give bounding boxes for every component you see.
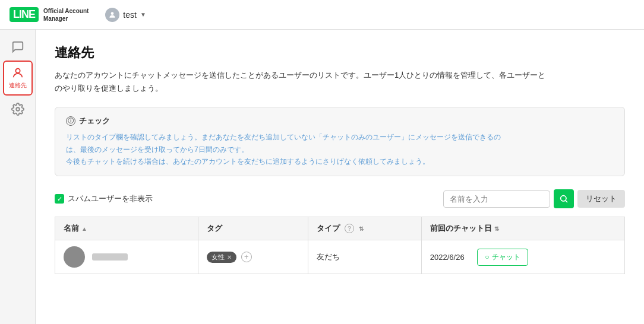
sidebar-item-settings[interactable] [3,98,33,120]
avatar [105,8,119,22]
type-help-icon[interactable]: ? [345,224,354,233]
page-title: 連絡先 [55,44,625,62]
info-box: ⓘ チェック リストのタイプ欄を確認してみましょう。まだあなたを友だち追加してい… [55,107,625,176]
main-layout: 連絡先 連絡先 あなたのアカウントにチャットメッセージを送信したことがあるユーザ… [0,30,644,324]
account-name: test [123,10,137,20]
sort-icon-type[interactable]: ⇅ [359,225,364,232]
table-header-row: 名前 ▲ タグ タイプ ? ⇅ [55,217,625,240]
content-area: 連絡先 あなたのアカウントにチャットメッセージを送信したことがあるユーザーのリス… [36,30,644,324]
sidebar-item-contacts-label: 連絡先 [9,81,27,90]
spam-filter-label: スパムユーザーを非表示 [68,193,153,204]
sidebar-item-messages[interactable] [3,36,33,58]
chat-button[interactable]: ○ チャット [477,249,528,266]
svg-point-0 [111,12,114,15]
spam-filter: ✓ スパムユーザーを非表示 [55,193,153,204]
cell-type: 友だち [308,240,422,274]
th-last-chat: 前回のチャット日 ⇅ [421,217,624,240]
cell-last-chat: 2022/6/26 ○ チャット [421,240,624,274]
info-box-title: ⓘ チェック [66,116,614,126]
cell-tags: 女性 ✕ + [198,240,308,274]
svg-point-2 [16,107,20,111]
user-name-placeholder [92,253,128,261]
info-box-text: リストのタイプ欄を確認してみましょう。まだあなたを友だち追加していない「チャット… [66,131,614,167]
chevron-down-icon: ▼ [140,11,146,18]
contacts-table: 名前 ▲ タグ タイプ ? ⇅ [55,217,625,274]
tag-add-button[interactable]: + [241,252,252,262]
spam-filter-checkbox[interactable]: ✓ [55,194,64,204]
th-name: 名前 ▲ [55,217,198,240]
sidebar-item-contacts[interactable]: 連絡先 [3,61,33,96]
sort-icon-last-chat[interactable]: ⇅ [494,225,499,232]
logo-area: LINE Official Account Manager [10,7,89,23]
search-area: リセット [443,189,625,208]
account-selector[interactable]: test ▼ [100,5,150,24]
svg-point-3 [561,196,566,201]
page-description: あなたのアカウントにチャットメッセージを送信したことがあるユーザーのリストです。… [55,69,625,95]
filter-bar: ✓ スパムユーザーを非表示 リセット [55,189,625,208]
header: LINE Official Account Manager test ▼ [0,0,644,30]
svg-line-4 [566,201,567,202]
info-icon: ⓘ [66,116,75,126]
th-tags: タグ [198,217,308,240]
table-row: 女性 ✕ + 友だち 2022/6/26 ○ チャット [55,240,625,274]
search-input[interactable] [443,190,550,208]
line-logo: LINE [10,7,39,22]
svg-point-1 [15,69,20,73]
sidebar: 連絡先 [0,30,36,324]
chat-btn-icon: ○ [485,253,489,261]
search-button[interactable] [554,189,574,208]
cell-name [55,240,198,274]
tag-remove-icon[interactable]: ✕ [227,254,232,261]
tag-badge-female: 女性 ✕ [207,252,236,263]
user-avatar [64,246,85,268]
reset-button[interactable]: リセット [577,190,625,208]
sort-icon-name[interactable]: ▲ [81,225,87,232]
th-type: タイプ ? ⇅ [308,217,422,240]
product-name: Official Account Manager [43,7,89,23]
